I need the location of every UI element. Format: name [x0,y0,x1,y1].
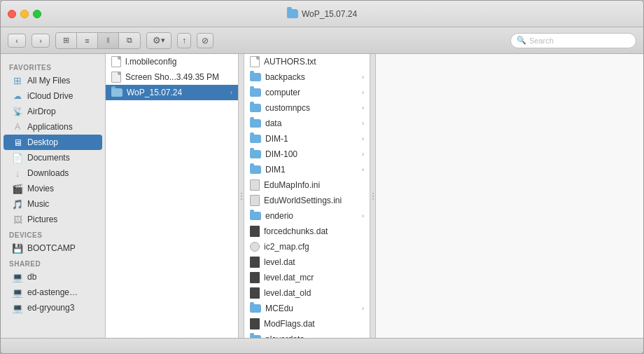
chevron-icon: › [230,89,232,96]
col2-item-level-dat-old[interactable]: level.dat_old [244,285,370,301]
db-icon: 💻 [12,271,23,282]
search-box[interactable]: 🔍 Search [510,33,636,48]
minimize-button[interactable] [20,10,29,18]
col2-item-level-dat-mcr-label: level.dat_mcr [264,273,314,282]
sidebar-label-downloads: Downloads [27,168,69,178]
sidebar-label-pictures: Pictures [27,215,57,224]
col2-item-level-dat[interactable]: level.dat [244,254,370,270]
sidebar-item-documents[interactable]: 📄 Documents [4,150,102,165]
desktop-icon: 🖥 [12,137,23,148]
folder-icon [250,135,261,143]
arrange-dropdown-button[interactable]: ⚙ ▾ [147,33,171,48]
col2-item-edumapinfo[interactable]: EduMapInfo.ini [244,177,370,193]
share-button[interactable]: ↑ [177,33,191,48]
folder-icon [250,150,261,158]
dat-icon [250,257,260,268]
col2-item-dim1[interactable]: DIM1 › [244,162,370,177]
sidebar-item-db[interactable]: 💻 db [4,269,102,285]
col2-item-dim-1-label: DIM-1 [265,134,288,144]
applications-icon: A [12,121,23,132]
col2-item-eduworldsettings[interactable]: EduWorldSettings.ini [244,193,370,208]
col2-item-authors[interactable]: AUTHORS.txt [244,54,370,69]
col2-item-dim-1[interactable]: DIM-1 › [244,131,370,147]
col2-item-customnpcs[interactable]: customnpcs › [244,100,370,116]
col2-item-playerdata[interactable]: playerdata › [244,332,370,338]
col2-item-ic2map[interactable]: ic2_map.cfg [244,239,370,254]
titlebar: WoP_15.07.24 [1,1,643,27]
sidebar-item-airdrop[interactable]: 📡 AirDrop [4,104,102,119]
forward-button[interactable]: › [31,34,50,48]
sidebar-item-music[interactable]: 🎵 Music [4,196,102,212]
sidebar-item-icloud-drive[interactable]: ☁ iCloud Drive [4,88,102,104]
view-cover-button[interactable]: ⧉ [119,33,140,48]
sidebar-label-ed-gryoung3: ed-gryoung3 [27,303,74,313]
folder-icon [250,212,261,220]
col2-item-enderio[interactable]: enderio › [244,208,370,224]
sidebar-item-all-my-files[interactable]: ⊞ All My Files [4,73,102,88]
col2-item-mcedu-label: MCEdu [265,304,293,313]
folder-icon [287,9,298,18]
view-icon-button[interactable]: ⊞ [56,33,77,48]
back-button[interactable]: ‹ [8,34,26,48]
sidebar-item-ed-astenge[interactable]: 💻 ed-astenge… [4,285,102,300]
sidebar-label-airdrop: AirDrop [27,107,56,116]
col2-item-computer-label: computer [265,88,300,97]
col2-item-modflags[interactable]: ModFlags.dat [244,316,370,332]
col2-item-forcedchunks[interactable]: forcedchunks.dat [244,224,370,239]
all-my-files-icon: ⊞ [12,75,23,86]
sidebar-item-pictures[interactable]: 🖼 Pictures [4,212,102,227]
dat-icon [250,272,260,283]
chevron-icon: › [362,89,364,96]
col1-item-wop[interactable]: WoP_15.07.24 › [106,85,238,100]
sidebar-item-desktop[interactable]: 🖥 Desktop [4,135,102,150]
close-button[interactable] [8,10,16,18]
action-buttons: ⚙ ▾ [146,32,172,49]
columns-area: l.mobileconfig Screen Sho...3.49.35 PM W… [106,54,643,338]
sidebar-item-downloads[interactable]: ↓ Downloads [4,165,102,181]
col2-item-level-dat-mcr[interactable]: level.dat_mcr [244,270,370,285]
sidebar-label-movies: Movies [27,184,54,193]
ed-gryoung3-icon: 💻 [12,302,23,313]
search-icon: 🔍 [517,36,526,45]
col1-item-screenshot[interactable]: Screen Sho...3.49.35 PM [106,69,238,85]
sidebar-label-icloud-drive: iCloud Drive [27,91,73,101]
sidebar-item-movies[interactable]: 🎬 Movies [4,181,102,196]
col2-item-eduworldsettings-label: EduWorldSettings.ini [264,196,342,205]
folder-icon [250,73,261,81]
col1-item-mobileconfig[interactable]: l.mobileconfig [106,54,238,69]
downloads-icon: ↓ [12,168,23,179]
sidebar-label-applications: Applications [27,122,73,132]
view-list-button[interactable]: ≡ [77,33,98,48]
col2-item-computer[interactable]: computer › [244,85,370,100]
col2-item-dim-100[interactable]: DIM-100 › [244,147,370,162]
chevron-icon: › [362,212,364,219]
sidebar: Favorites ⊞ All My Files ☁ iCloud Drive … [1,54,106,338]
col1-item-wop-label: WoP_15.07.24 [127,88,182,97]
window-title: WoP_15.07.24 [302,9,357,19]
movies-icon: 🎬 [12,183,23,194]
dat-icon [250,226,260,237]
main-content: Favorites ⊞ All My Files ☁ iCloud Drive … [1,54,643,338]
col2-item-data[interactable]: data › [244,116,370,131]
folder-icon [111,88,122,97]
col2-item-backpacks[interactable]: backpacks › [244,69,370,85]
col-resizer-1[interactable] [239,54,244,338]
view-column-button[interactable]: ⫴ [98,33,119,48]
col2-item-dim-100-label: DIM-100 [265,149,298,159]
col-resizer-2[interactable] [370,54,376,338]
chevron-icon: › [362,305,364,312]
col2-item-level-dat-old-label: level.dat_old [264,288,311,298]
tag-button[interactable]: ⊘ [197,33,214,48]
sidebar-label-all-my-files: All My Files [27,76,70,86]
sidebar-favorites-header: Favorites [1,60,105,73]
sidebar-item-bootcamp[interactable]: 💾 BOOTCAMP [4,240,102,256]
sidebar-item-applications[interactable]: A Applications [4,119,102,135]
col2-item-dim1-label: DIM1 [265,165,286,175]
col2-item-modflags-label: ModFlags.dat [264,319,315,329]
sidebar-label-bootcamp: BOOTCAMP [27,243,76,253]
maximize-button[interactable] [33,10,41,18]
file-icon [111,56,121,67]
sidebar-item-ed-gryoung3[interactable]: 💻 ed-gryoung3 [4,300,102,315]
column-1: l.mobileconfig Screen Sho...3.49.35 PM W… [106,54,239,338]
col2-item-mcedu[interactable]: MCEdu › [244,301,370,316]
